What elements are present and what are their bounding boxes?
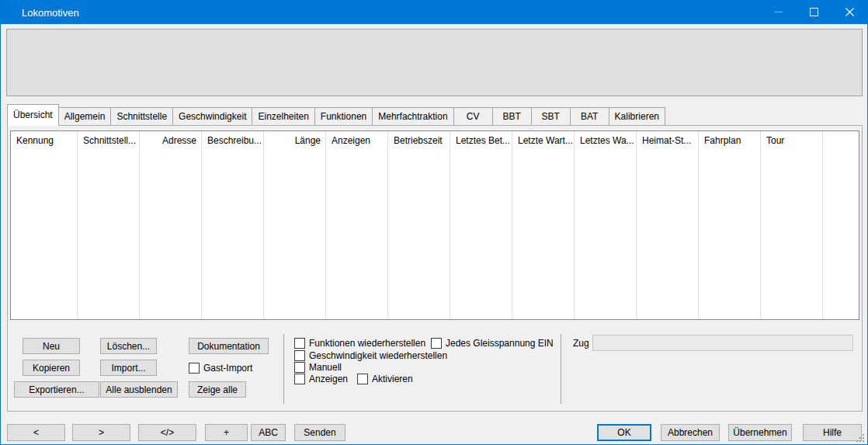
anzeigen-option: Anzeigen — [294, 373, 348, 384]
minimize-icon — [774, 5, 783, 19]
tab-einzelheiten[interactable]: Einzelheiten — [252, 107, 314, 125]
loeschen-button[interactable]: Löschen... — [100, 338, 157, 354]
uebernehmen-button[interactable]: Übernehmen — [728, 424, 792, 441]
plus-button[interactable]: + — [205, 424, 248, 441]
column-header-laenge[interactable]: Länge — [264, 131, 326, 319]
next-button[interactable]: > — [72, 424, 130, 441]
aktivieren-option: Aktivieren — [357, 373, 413, 384]
manuell-label: Manuell — [309, 362, 342, 373]
alle-ausblenden-button[interactable]: Alle ausblenden — [100, 381, 178, 398]
tab-funktionen[interactable]: Funktionen — [314, 107, 373, 125]
tab-cv[interactable]: CV — [453, 107, 493, 125]
hilfe-button[interactable]: Hilfe — [803, 424, 862, 441]
funktionen-wiederherstellen-label: Funktionen wiederherstellen — [309, 338, 425, 349]
jedes-gleisspannung-ein-option: Jedes Gleisspannung EIN — [431, 337, 554, 349]
code-button[interactable]: </> — [138, 424, 196, 441]
prev-button[interactable]: < — [7, 424, 65, 441]
kopieren-button[interactable]: Kopieren — [23, 360, 80, 376]
separator-right — [561, 334, 561, 404]
column-header-tour[interactable]: Tour — [761, 131, 823, 319]
resize-grip-icon — [855, 433, 865, 443]
window-title: Lokomotiven — [1, 7, 79, 19]
column-header-anzeigen[interactable]: Anzeigen — [326, 131, 388, 319]
minimize-button[interactable] — [760, 1, 796, 24]
maximize-icon — [810, 5, 818, 19]
column-header-schnittstelle[interactable]: Schnittstell... — [78, 131, 140, 319]
titlebar[interactable]: Lokomotiven — [1, 1, 867, 24]
gast-import-label: Gast-Import — [203, 363, 252, 374]
close-icon — [845, 5, 854, 19]
gast-import-checkbox[interactable] — [189, 363, 200, 374]
resize-grip[interactable] — [855, 432, 865, 442]
exportieren-button[interactable]: Exportieren... — [14, 381, 99, 398]
tab-geschwindigkeit[interactable]: Geschwindigkeit — [172, 107, 252, 125]
abbrechen-button[interactable]: Abbrechen — [661, 424, 720, 441]
tab-uebersicht[interactable]: Übersicht — [7, 104, 59, 126]
column-header-letzte-wartung[interactable]: Letzte Wart... — [512, 131, 575, 319]
separator-left — [283, 334, 284, 404]
gast-import-option: Gast-Import — [189, 362, 252, 374]
close-button[interactable] — [832, 1, 867, 24]
anzeigen-checkbox[interactable] — [294, 374, 305, 384]
jedes-gleisspannung-ein-label: Jedes Gleisspannung EIN — [446, 338, 554, 349]
tab-kalibrieren[interactable]: Kalibrieren — [609, 107, 665, 125]
funktionen-wiederherstellen-checkbox[interactable] — [294, 338, 305, 349]
funktionen-wiederherstellen-option: Funktionen wiederherstellen — [294, 337, 425, 349]
column-header-heimat-standort[interactable]: Heimat-St... — [637, 131, 699, 319]
tab-sbt[interactable]: SBT — [531, 107, 571, 125]
zug-label: Zug — [573, 338, 589, 349]
maximize-button[interactable] — [796, 1, 832, 24]
geschwindigkeit-wiederherstellen-option: Geschwindigkeit wiederherstellen — [294, 349, 447, 361]
column-header-beschreibung[interactable]: Beschreibu... — [202, 131, 264, 319]
zeige-alle-button[interactable]: Zeige alle — [189, 381, 246, 398]
top-panel — [6, 29, 863, 96]
column-header-kennung[interactable]: Kennung — [11, 131, 78, 319]
tab-mehrfachtraktion[interactable]: Mehrfachtraktion — [372, 107, 453, 125]
geschwindigkeit-wiederherstellen-checkbox[interactable] — [294, 350, 305, 361]
window-controls — [760, 1, 867, 24]
manuell-checkbox[interactable] — [294, 362, 305, 373]
anzeigen-label: Anzeigen — [309, 374, 348, 384]
manuell-option: Manuell — [294, 361, 342, 373]
column-header-fahrplan[interactable]: Fahrplan — [699, 131, 761, 319]
geschwindigkeit-wiederherstellen-label: Geschwindigkeit wiederherstellen — [309, 350, 447, 361]
tab-bbt[interactable]: BBT — [492, 107, 532, 125]
aktivieren-checkbox[interactable] — [357, 374, 368, 384]
column-header-letztes-betrieb[interactable]: Letztes Bet... — [450, 131, 512, 319]
column-header-letztes-wartung[interactable]: Letztes Wa... — [575, 131, 637, 319]
senden-button[interactable]: Senden — [294, 424, 345, 441]
jedes-gleisspannung-ein-checkbox[interactable] — [431, 338, 442, 349]
dokumentation-button[interactable]: Dokumentation — [189, 338, 269, 354]
tab-allgemein[interactable]: Allgemein — [58, 107, 112, 125]
tab-bat[interactable]: BAT — [570, 107, 609, 125]
column-header-betriebszeit[interactable]: Betriebszeit — [388, 131, 450, 319]
lokomotiven-dialog: Lokomotiven Übersicht Allgeme — [0, 0, 868, 445]
tab-schnittstelle[interactable]: Schnittstelle — [110, 107, 173, 125]
import-button[interactable]: Import... — [100, 360, 157, 376]
column-header-adresse[interactable]: Adresse — [140, 131, 202, 319]
abc-button[interactable]: ABC — [251, 424, 286, 441]
zug-input[interactable] — [592, 335, 853, 351]
tab-strip: Übersicht Allgemein Schnittstelle Geschw… — [7, 103, 665, 125]
ok-button[interactable]: OK — [597, 424, 651, 441]
neu-button[interactable]: Neu — [23, 338, 80, 354]
locomotive-list[interactable]: Kennung Schnittstell... Adresse Beschrei… — [10, 130, 859, 320]
aktivieren-label: Aktivieren — [372, 374, 413, 384]
